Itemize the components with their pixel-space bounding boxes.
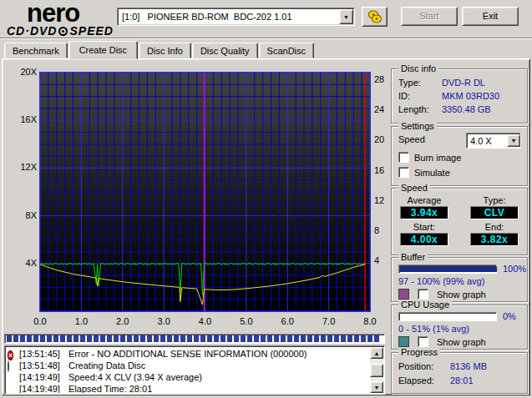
end-speed-display: 3.82x [470,233,519,246]
log-text: Speed:4 X CLV (3.94 X average) [68,372,202,382]
speed-setting-label: Speed [398,134,425,144]
speed-select[interactable]: 4.0 X ▼ [466,133,521,149]
buffer-show-graph-label: Show graph [437,290,486,300]
cpu-color-swatch [398,336,409,347]
cpu-show-graph-checkbox[interactable] [418,336,428,347]
tools-icon [367,9,383,24]
elapsed-value: 28:01 [450,375,474,385]
log-text: Error - NO ADDITIONAL SENSE INFORMATION … [68,349,307,359]
buffer-meter-fill [400,266,497,272]
progress-segment [321,335,326,342]
y-axis-right-tick: 8 [374,225,379,235]
log-entry[interactable]: [13:51:48] Creating Data Disc [8,360,369,371]
rotation-speed-line [40,264,365,305]
disc-icon [8,360,9,372]
log-entry[interactable]: [14:19:49] Speed:4 X CLV (3.94 X average… [8,371,369,383]
progress-segment [261,335,266,342]
progress-segment [374,335,379,342]
progress-segment [120,335,125,342]
speed-type-label: Type: [470,195,519,205]
log-scrollbar[interactable]: ▲ ▼ [370,347,383,393]
progress-segment [80,335,85,342]
simulate-label: Simulate [414,168,450,178]
tab-benchmark[interactable]: Benchmark [4,43,68,58]
error-icon: × [8,350,13,360]
tab-strip: Benchmark Create Disc Disc Info Disc Qua… [4,41,315,58]
buffer-range: 97 - 100% (99% avg) [398,276,527,286]
burn-image-checkbox[interactable] [398,152,409,163]
log-time: [13:51:48] [19,360,68,370]
log-entry[interactable]: × [13:51:45] Error - NO ADDITIONAL SENSE… [8,348,369,360]
progress-segment [27,335,32,342]
cpu-meter [398,312,497,321]
tab-scandisc[interactable]: ScanDisc [259,43,314,58]
disc-id-value: MKM 03RD30 [442,91,499,101]
y-axis-right-tick: 16 [374,165,384,175]
progress-segment [327,335,332,342]
tab-disc-quality[interactable]: Disc Quality [192,43,258,58]
progress-segment [274,335,279,342]
speed-type-display: CLV [470,206,519,219]
progress-segment [47,335,52,342]
disc-info-group: Disc info Type: DVD-R DL ID: MKM 03RD30 … [391,68,528,123]
drive-select-value: [1:0] PIONEER BD-ROM BDC-202 1.01 [122,12,339,22]
disc-info-title: Disc info [398,63,438,74]
log-text: Creating Data Disc [68,360,145,370]
progress-segment [241,335,246,342]
progress-segment [53,335,58,342]
progress-segment [281,335,286,342]
drive-select[interactable]: [1:0] PIONEER BD-ROM BDC-202 1.01 ▼ [117,8,355,26]
progress-segment [154,335,159,342]
average-speed-display: 3.94x [400,206,448,219]
progress-segment [187,335,192,342]
progress-segment [134,335,139,342]
progress-segment [347,335,352,342]
cpu-group: CPU Usage 0% 0 - 51% (1% avg) Show graph [391,305,528,350]
down-arrow-icon: ▼ [374,385,380,390]
chevron-down-icon: ▼ [343,14,349,20]
x-axis-tick: 5.0 [234,316,259,326]
buffer-show-graph-checkbox[interactable] [418,289,428,300]
progress-segment [174,335,179,342]
progress-segment [247,335,252,342]
chevron-down-icon: ▼ [511,138,517,144]
position-value: 8136 MB [450,361,487,371]
disc-id-label: ID: [398,91,442,101]
speed-select-dropdown-button[interactable]: ▼ [507,134,520,147]
progress-segment [287,335,292,342]
tab-disc-info[interactable]: Disc Info [139,43,191,58]
buffer-color-swatch [398,289,409,300]
scroll-up-button[interactable]: ▲ [370,347,383,359]
exit-button[interactable]: Exit [462,7,519,26]
scroll-down-button[interactable]: ▼ [370,381,383,393]
toolbar-divider [0,38,532,39]
progress-segment [334,335,339,342]
y-axis-right-tick: 24 [374,104,384,114]
options-button[interactable] [362,7,388,27]
drive-select-dropdown-button[interactable]: ▼ [339,9,353,24]
progress-segment [294,335,299,342]
start-button[interactable]: Start [401,7,458,26]
scrollbar-thumb[interactable] [370,364,383,377]
y-axis-right-tick: 4 [374,255,379,265]
tab-create-disc[interactable]: Create Disc [68,41,138,59]
cpu-percent: 0% [503,311,516,321]
x-axis-tick: 1.0 [68,316,94,326]
average-speed-label: Average [400,195,448,205]
nero-cd-dvd-speed-window: { "toolbar": { "logo_top": "nero", "logo… [0,0,532,398]
log-entry[interactable]: [14:19:49] Elapsed Time: 28:01 [8,383,369,393]
y-axis-right-tick: 28 [374,74,384,84]
buffer-group: Buffer 100% 97 - 100% (99% avg) Show gra… [391,257,528,302]
progress-segment [314,335,319,342]
log-text: Elapsed Time: 28:01 [68,384,152,393]
y-axis-left-tick: 20X [0,67,37,77]
up-arrow-icon: ▲ [374,350,380,356]
logo-cd-dvd-text: CD·DVD [7,24,57,38]
progress-segment [214,335,219,342]
logo-speed-text: SPEED [69,24,113,38]
progress-segment [67,335,72,342]
nero-logo: nero [27,1,79,26]
simulate-checkbox[interactable] [398,167,409,178]
progress-segment [361,335,366,342]
progress-segment [301,335,306,342]
